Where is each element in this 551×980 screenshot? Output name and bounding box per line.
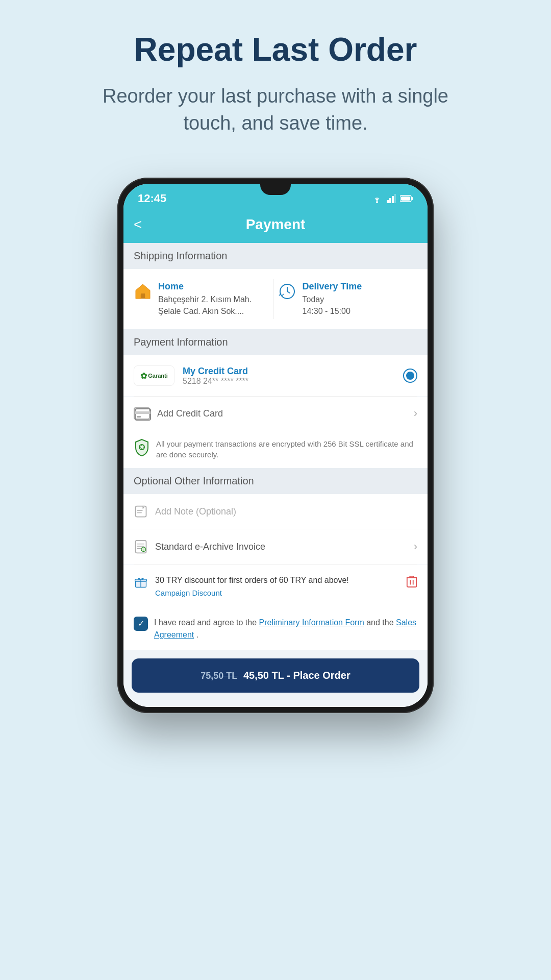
chevron-right-icon: ›: [414, 407, 417, 420]
battery-icon: [400, 195, 413, 202]
delivery-icon: [278, 282, 296, 301]
delivery-info: Delivery Time Today 14:30 - 15:00: [303, 281, 362, 317]
payment-section-header: Payment Information: [123, 329, 428, 355]
card-name: My Credit Card: [183, 366, 395, 377]
shipping-label: Shipping Information: [134, 250, 227, 261]
delivery-time: 14:30 - 15:00: [303, 306, 362, 317]
invoice-row[interactable]: i Standard e-Archive Invoice ›: [123, 529, 428, 564]
svg-rect-1: [387, 200, 389, 203]
svg-rect-10: [135, 409, 151, 420]
gift-icon: [134, 575, 148, 589]
svg-rect-26: [407, 578, 416, 587]
svg-rect-4: [394, 194, 396, 203]
add-card-label: Add Credit Card: [157, 408, 407, 419]
address-title: Home: [158, 281, 252, 292]
final-price: 45,50 TL: [243, 670, 284, 681]
preliminary-info-link[interactable]: Preliminary Information Form: [259, 618, 364, 627]
radio-inner: [406, 372, 414, 380]
payment-label: Payment Information: [134, 336, 228, 348]
svg-point-21: [141, 547, 146, 552]
wifi-icon: [371, 194, 383, 203]
shipping-card: Home Bahçeşehir 2. Kısım Mah. Şelale Cad…: [123, 269, 428, 329]
shipping-row: Home Bahçeşehir 2. Kısım Mah. Şelale Cad…: [134, 279, 417, 319]
status-time: 12:45: [138, 192, 166, 205]
phone-frame: 12:45: [117, 178, 434, 713]
home-icon: [134, 282, 152, 301]
status-icons: [371, 194, 413, 203]
credit-card-row[interactable]: ✿ Garanti My Credit Card 5218 24** **** …: [123, 355, 428, 396]
delivery-title: Delivery Time: [303, 281, 362, 292]
back-button[interactable]: <: [134, 216, 142, 233]
place-order-button[interactable]: 75,50 TL 45,50 TL - Place Order: [132, 658, 419, 693]
svg-rect-12: [137, 416, 141, 418]
card-info: My Credit Card 5218 24** **** ****: [183, 366, 395, 386]
delivery-date: Today: [303, 294, 362, 305]
svg-rect-11: [135, 411, 151, 414]
shipping-section-header: Shipping Information: [123, 243, 428, 269]
notch: [260, 184, 291, 195]
app-header: < Payment: [123, 209, 428, 243]
note-icon: [134, 504, 148, 519]
optional-label: Optional Other Information: [134, 475, 254, 486]
address-info: Home Bahçeşehir 2. Kısım Mah. Şelale Cad…: [158, 281, 252, 317]
campaign-row: 30 TRY discount for first orders of 60 T…: [123, 565, 428, 607]
invoice-icon: i: [134, 540, 148, 554]
svg-rect-7: [401, 197, 410, 201]
phone-screen: 12:45: [123, 184, 428, 706]
invoice-chevron-icon: ›: [414, 540, 417, 553]
credit-card-icon: [134, 407, 150, 420]
campaign-badge: Campaign Discount: [155, 589, 399, 597]
campaign-info: 30 TRY discount for first orders of 60 T…: [155, 575, 399, 597]
note-placeholder-text: Add Note (Optional): [155, 506, 236, 517]
delivery-col[interactable]: Delivery Time Today 14:30 - 15:00: [274, 279, 418, 319]
agreement-text: I have read and agree to the Preliminary…: [154, 617, 417, 641]
add-note-row[interactable]: Add Note (Optional): [123, 494, 428, 529]
agreement-checkbox[interactable]: ✓: [134, 617, 148, 631]
optional-section-header: Optional Other Information: [123, 468, 428, 494]
radio-button-selected[interactable]: [403, 369, 417, 383]
original-price: 75,50 TL: [201, 671, 237, 681]
add-credit-card-row[interactable]: Add Credit Card ›: [123, 397, 428, 430]
svg-point-0: [376, 201, 378, 203]
shield-icon: [134, 438, 150, 459]
status-bar: 12:45: [123, 184, 428, 209]
garanti-logo: ✿ Garanti: [134, 365, 174, 386]
checkmark-icon: ✓: [138, 619, 144, 628]
address-col[interactable]: Home Bahçeşehir 2. Kısım Mah. Şelale Cad…: [134, 279, 274, 319]
svg-rect-14: [136, 506, 146, 517]
delete-campaign-button[interactable]: [406, 575, 417, 591]
svg-rect-2: [389, 198, 391, 203]
agreement-row: ✓ I have read and agree to the Prelimina…: [123, 607, 428, 650]
campaign-text: 30 TRY discount for first orders of 60 T…: [155, 575, 399, 586]
svg-rect-8: [141, 293, 145, 299]
page-subtitle: Reorder your last purchase with a single…: [97, 83, 454, 137]
signal-icon: [387, 194, 396, 203]
invoice-text: Standard e-Archive Invoice: [155, 542, 407, 552]
address-line2: Şelale Cad. Akın Sok....: [158, 306, 252, 317]
header-title: Payment: [246, 216, 306, 233]
place-order-label: Place Order: [293, 670, 350, 681]
svg-rect-3: [392, 196, 394, 203]
content-area: Shipping Information: [123, 243, 428, 706]
card-number: 5218 24** **** ****: [183, 377, 395, 386]
garanti-flower-icon: ✿: [140, 371, 147, 381]
security-notice: All your payment transactions are encryp…: [123, 430, 428, 468]
page-title: Repeat Last Order: [134, 31, 417, 68]
address-line1: Bahçeşehir 2. Kısım Mah.: [158, 294, 252, 305]
security-text: All your payment transactions are encryp…: [156, 438, 417, 460]
svg-rect-6: [411, 197, 413, 200]
